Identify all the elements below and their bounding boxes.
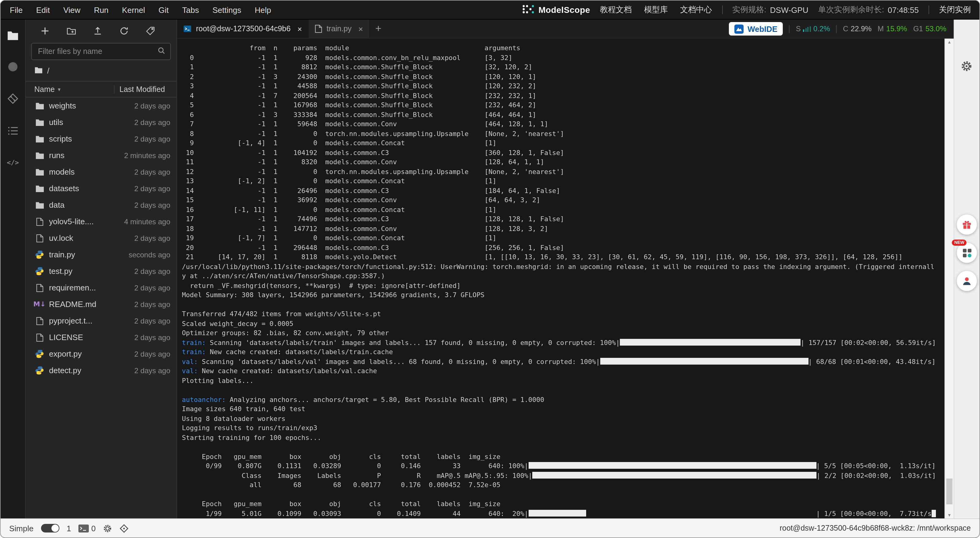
file-file-icon: [34, 283, 45, 292]
terminal-line: 9 [-1, 4] 1 0 models.common.Concat [1]: [182, 138, 945, 148]
menu-item-tabs[interactable]: Tabs: [175, 1, 206, 19]
scroll-down-icon[interactable]: ▼: [945, 513, 954, 517]
stat-label: M: [878, 24, 884, 33]
extensions-code-icon[interactable]: </>: [6, 156, 20, 169]
terminal-panel: from n params module arguments 0 -1 1 92…: [177, 38, 954, 518]
table-of-contents-icon[interactable]: [6, 124, 20, 137]
divider: [789, 25, 790, 33]
file-row[interactable]: runs2 minutes ago: [26, 147, 177, 164]
terminal-line: 18 -1 1 147712 models.common.Conv [128, …: [182, 224, 945, 234]
file-browser-icon[interactable]: [6, 28, 20, 42]
top-link-doc-center[interactable]: 文档中心: [680, 4, 712, 15]
terminal-line: return _VF.meshgrid(tensors, **kwargs) #…: [182, 281, 945, 290]
close-instance-button[interactable]: 关闭实例: [939, 4, 971, 15]
filter-files-input[interactable]: [37, 46, 158, 56]
file-name: export.py: [49, 349, 134, 358]
git-status-icon[interactable]: [119, 524, 129, 533]
simple-mode-toggle[interactable]: [41, 524, 59, 533]
tab-bar: root@dsw-1273500-64c9b6×train.py× + WebI…: [177, 20, 954, 38]
menu-item-edit[interactable]: Edit: [29, 1, 57, 19]
support-button[interactable]: [957, 271, 977, 291]
terminal-line: 2 -1 3 24300 models.common.Shuffle_Block…: [182, 72, 945, 81]
terminal-line: train: New cache created: datasets/label…: [182, 347, 945, 357]
file-row[interactable]: utils2 days ago: [26, 114, 177, 131]
file-row[interactable]: yolov5-lite....4 minutes ago: [26, 213, 177, 230]
gift-button[interactable]: [957, 215, 977, 235]
menu-item-kernel[interactable]: Kernel: [115, 1, 151, 19]
file-row[interactable]: train.pyseconds ago: [26, 246, 177, 263]
terminal-icon: [183, 24, 192, 33]
file-modified-time: 2 days ago: [134, 267, 170, 275]
top-link-model-hub[interactable]: 模型库: [644, 4, 668, 15]
divider: [836, 25, 837, 33]
file-row[interactable]: detect.py2 days ago: [26, 362, 177, 379]
file-modified-time: 2 days ago: [134, 118, 170, 127]
apps-grid-icon: [962, 248, 972, 258]
column-name-label: Name: [34, 85, 55, 94]
terminal-line: Epoch gpu_mem box obj cls total labels i…: [182, 500, 945, 509]
menu-item-settings[interactable]: Settings: [206, 1, 248, 19]
webide-badge[interactable]: WebIDE: [729, 22, 783, 35]
file-row[interactable]: datasets2 days ago: [26, 180, 177, 197]
file-name: requiremen...: [49, 283, 134, 292]
new-tab-button[interactable]: +: [370, 20, 387, 38]
file-row[interactable]: uv.lock2 days ago: [26, 230, 177, 246]
progress-bar: [620, 339, 800, 345]
notification-count[interactable]: 1: [67, 524, 71, 533]
file-row[interactable]: data2 days ago: [26, 197, 177, 213]
file-row[interactable]: M↓README.md2 days ago: [26, 296, 177, 312]
terminal-line: 6 -1 3 333384 models.common.Shuffle_Bloc…: [182, 110, 945, 119]
file-row[interactable]: weights2 days ago: [26, 97, 177, 114]
tab-close-button[interactable]: ×: [358, 24, 363, 33]
kernel-status-icon[interactable]: [103, 524, 112, 533]
file-name: data: [49, 201, 134, 210]
file-list: weights2 days agoutils2 days agoscripts2…: [26, 97, 177, 518]
stat-value: 53.0%: [926, 24, 946, 33]
apps-button[interactable]: NEW: [957, 243, 977, 263]
file-name: pyproject.t...: [49, 316, 134, 325]
terminal-line: val: New cache created: datasets/labels/…: [182, 366, 945, 376]
running-kernels-icon[interactable]: [6, 60, 20, 73]
file-row[interactable]: test.py2 days ago: [26, 263, 177, 279]
breadcrumb[interactable]: /: [26, 65, 177, 81]
column-name[interactable]: Name ▾: [26, 85, 114, 94]
file-row[interactable]: pyproject.t...2 days ago: [26, 312, 177, 329]
scrollbar-thumb[interactable]: [946, 479, 953, 504]
stat-s: S0.2%: [796, 24, 830, 33]
terminals-status[interactable]: 0: [78, 524, 95, 533]
new-folder-button[interactable]: [65, 25, 76, 36]
menu-item-run[interactable]: Run: [87, 1, 115, 19]
terminal-line: 12 -1 1 0 torch.nn.modules.upsampling.Up…: [182, 167, 945, 177]
upload-button[interactable]: [92, 25, 103, 36]
git-clone-tag-button[interactable]: [145, 25, 156, 36]
terminal-scrollbar[interactable]: ▲ ▼: [945, 38, 954, 518]
refresh-button[interactable]: [118, 25, 129, 36]
editor-area: root@dsw-1273500-64c9b6×train.py× + WebI…: [177, 20, 954, 518]
terminal-line: Transferred 474/482 items from weights/v…: [182, 309, 945, 319]
stat-c: C22.9%: [843, 24, 871, 33]
tab-train-py[interactable]: train.py×: [309, 20, 370, 38]
terminal-line: Image sizes 640 train, 640 test: [182, 404, 945, 414]
menu-item-git[interactable]: Git: [152, 1, 175, 19]
tab-close-button[interactable]: ×: [298, 24, 302, 33]
file-row[interactable]: requiremen...2 days ago: [26, 279, 177, 296]
scroll-up-icon[interactable]: ▲: [945, 40, 954, 44]
menu-item-view[interactable]: View: [57, 1, 87, 19]
settings-gear-icon[interactable]: [960, 60, 973, 75]
tab-root-dsw-1273500-64c9b6[interactable]: root@dsw-1273500-64c9b6×: [177, 20, 309, 38]
file-row[interactable]: scripts2 days ago: [26, 131, 177, 147]
file-modified-time: 2 days ago: [134, 317, 170, 325]
stat-label: C: [843, 24, 848, 33]
terminal-mini-icon: [78, 524, 89, 532]
git-icon[interactable]: [6, 92, 20, 105]
terminal-output[interactable]: from n params module arguments 0 -1 1 92…: [177, 38, 945, 518]
file-row[interactable]: models2 days ago: [26, 164, 177, 180]
menu-item-help[interactable]: Help: [248, 1, 278, 19]
column-last-modified[interactable]: Last Modified: [114, 85, 177, 94]
file-row[interactable]: export.py2 days ago: [26, 345, 177, 362]
file-row[interactable]: LICENSE2 days ago: [26, 329, 177, 345]
menu-item-file[interactable]: File: [3, 1, 29, 19]
top-link-tutorial-docs[interactable]: 教程文档: [600, 4, 632, 15]
new-launcher-button[interactable]: [39, 25, 50, 36]
file-name: README.md: [49, 300, 134, 309]
